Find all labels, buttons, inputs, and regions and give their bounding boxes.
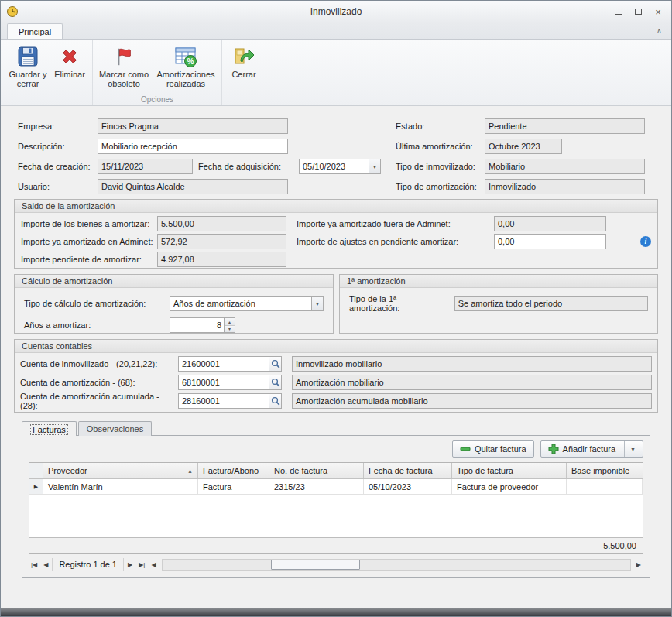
scroll-left-button[interactable]: ◀ xyxy=(149,558,158,571)
maximize-button[interactable] xyxy=(628,5,648,19)
cuenta-inmovilizado-code-input[interactable]: 21600001 xyxy=(178,356,269,372)
descripcion-input[interactable]: Mobiliario recepción xyxy=(98,139,288,154)
tab-principal[interactable]: Principal xyxy=(7,23,63,39)
ribbon-group-close: Cerrar xyxy=(222,40,266,105)
calculo-group-title: Cálculo de amortización xyxy=(15,275,333,288)
tipo-calculo-label: Tipo de cálculo de amortización: xyxy=(24,299,170,308)
svg-text:%: % xyxy=(187,57,194,66)
sort-asc-icon: ▲ xyxy=(187,468,193,474)
scrollbar-thumb[interactable] xyxy=(271,560,360,570)
horizontal-scrollbar[interactable] xyxy=(162,559,631,571)
minimize-button[interactable] xyxy=(608,5,628,19)
row-indicator-icon: ▶ xyxy=(29,479,43,494)
fuera-adminet-label: Importe ya amortizado fuera de Adminet: xyxy=(297,219,494,228)
cuenta-amortizacion-lookup-button[interactable] xyxy=(269,375,282,390)
titlebar[interactable]: Inmovilizado × xyxy=(1,1,671,22)
tipo-amortizacion-label: Tipo de amortización: xyxy=(396,179,477,194)
grid-header-row: Proveedor ▲ Factura/Abono No. de factura… xyxy=(29,463,643,479)
last-record-button[interactable]: ▶| xyxy=(136,558,147,571)
scroll-right-button[interactable]: ▶ xyxy=(634,558,643,571)
ultima-amortizacion-label: Última amortización: xyxy=(396,139,473,154)
column-header-factura-abono[interactable]: Factura/Abono xyxy=(198,463,269,478)
cuenta-acumulada-lookup-button[interactable] xyxy=(269,393,282,409)
ribbon-group-close-label xyxy=(225,94,263,105)
close-button[interactable]: × xyxy=(648,5,668,19)
fecha-adquisicion-input[interactable]: 05/10/2023 ▼ xyxy=(299,159,381,174)
column-header-no-factura[interactable]: No. de factura xyxy=(269,463,364,478)
info-icon[interactable]: i xyxy=(640,236,651,247)
cuenta-amortizacion-desc-field: Amortización mobiliario xyxy=(292,375,652,390)
guardar-cerrar-button[interactable]: Guardar y cerrar xyxy=(6,42,50,94)
next-record-button[interactable]: ▶ xyxy=(125,558,135,571)
tab-facturas-label: Facturas xyxy=(30,424,68,435)
spinner-up-icon[interactable]: ▴ xyxy=(225,318,235,326)
ribbon-group-main: Guardar y cerrar Eliminar xyxy=(4,40,93,105)
column-header-proveedor[interactable]: Proveedor ▲ xyxy=(43,463,198,478)
cuenta-inmovilizado-lookup-button[interactable] xyxy=(269,356,282,372)
ultima-amortizacion-field: Octubre 2023 xyxy=(485,139,562,154)
guardar-cerrar-label: Guardar y cerrar xyxy=(6,70,50,88)
minus-icon xyxy=(460,444,471,454)
tab-facturas[interactable]: Facturas xyxy=(22,421,77,436)
facturas-panel: Quitar factura Añadir factura ▼ Proveedo… xyxy=(22,435,650,578)
record-counter: Registro 1 de 1 xyxy=(52,558,124,571)
magnifier-icon xyxy=(271,396,280,406)
plus-icon xyxy=(548,444,559,454)
empresa-field: Fincas Pragma xyxy=(98,118,288,134)
cell-tipo-factura: Factura de proveedor xyxy=(452,479,567,494)
bienes-label: Importe de los bienes a amortizar: xyxy=(21,219,157,228)
amortizaciones-realizadas-label: Amortizaciones realizadas xyxy=(153,70,219,88)
column-header-tipo-factura[interactable]: Tipo de factura xyxy=(452,463,567,478)
anos-amortizar-value: 8 xyxy=(170,320,224,330)
anadir-factura-dropdown-icon[interactable]: ▼ xyxy=(624,441,636,457)
eliminar-label: Eliminar xyxy=(54,70,85,79)
fecha-adquisicion-value: 05/10/2023 xyxy=(303,162,345,171)
marcar-obsoleto-label: Marcar como obsoleto xyxy=(95,70,153,88)
minimize-icon xyxy=(615,14,622,15)
tipo-inmovilizado-label: Tipo de inmovilizado: xyxy=(396,159,475,174)
save-icon xyxy=(16,44,39,69)
amortizaciones-realizadas-button[interactable]: % Amortizaciones realizadas xyxy=(153,42,219,94)
anos-amortizar-spinner[interactable]: 8 ▴ ▾ xyxy=(170,317,235,333)
cerrar-button[interactable]: Cerrar xyxy=(225,42,263,94)
ajustes-input[interactable]: 0,00 xyxy=(494,234,606,249)
spinner-down-icon[interactable]: ▾ xyxy=(225,326,235,333)
primera-amortizacion-groupbox: 1ª amortización Tipo de la 1ª amortizaci… xyxy=(339,274,658,334)
total-base-imponible: 5.500,00 xyxy=(603,541,636,550)
table-row[interactable]: ▶ Valentín Marín Factura 2315/23 05/10/2… xyxy=(29,479,643,495)
column-header-base-imponible[interactable]: Base imponible xyxy=(567,463,643,478)
tipo-primera-label: Tipo de la 1ª amortización: xyxy=(349,294,447,313)
tab-observaciones[interactable]: Observaciones xyxy=(78,421,152,436)
estado-label: Estado: xyxy=(396,118,424,134)
anadir-factura-button[interactable]: Añadir factura ▼ xyxy=(540,440,643,458)
tipo-amortizacion-field: Inmovilizado xyxy=(485,179,645,194)
anadir-factura-label: Añadir factura xyxy=(563,444,615,454)
amortizations-table-icon: % xyxy=(174,44,197,69)
anos-amortizar-label: Años a amortizar: xyxy=(24,320,170,330)
first-record-button[interactable]: |◀ xyxy=(29,558,39,571)
column-header-fecha-factura[interactable]: Fecha de factura xyxy=(364,463,452,478)
fecha-adquisicion-dropdown-icon[interactable]: ▼ xyxy=(369,159,380,173)
usuario-label: Usuario: xyxy=(18,179,50,194)
tipo-calculo-dropdown-icon[interactable]: ▼ xyxy=(311,297,323,310)
calculo-groupbox: Cálculo de amortización Tipo de cálculo … xyxy=(14,274,334,334)
tipo-calculo-combo[interactable]: Años de amortización ▼ xyxy=(170,296,324,311)
column-header-proveedor-label: Proveedor xyxy=(48,466,87,475)
primera-group-title: 1ª amortización xyxy=(340,275,657,288)
quitar-factura-button[interactable]: Quitar factura xyxy=(452,440,534,458)
ribbon-group-main-label xyxy=(6,94,90,105)
cuenta-acumulada-code-input[interactable]: 28160001 xyxy=(178,393,269,409)
marcar-obsoleto-button[interactable]: Marcar como obsoleto xyxy=(95,42,153,94)
collapse-ribbon-icon[interactable]: ∧ xyxy=(657,26,662,35)
main-form: Empresa: Fincas Pragma Estado: Pendiente… xyxy=(1,106,671,199)
grid-indicator-header xyxy=(29,463,43,478)
eliminar-button[interactable]: Eliminar xyxy=(50,42,90,94)
cuenta-amortizacion-code-input[interactable]: 68100001 xyxy=(178,375,269,390)
bienes-field: 5.500,00 xyxy=(157,216,286,231)
prev-record-button[interactable]: ◀ xyxy=(41,558,50,571)
empresa-label: Empresa: xyxy=(18,118,54,134)
spinner-arrows: ▴ ▾ xyxy=(224,318,235,332)
saldo-groupbox: Saldo de la amortización Importe de los … xyxy=(14,199,658,269)
magnifier-icon xyxy=(271,359,280,368)
fecha-creacion-field: 15/11/2023 xyxy=(98,159,193,174)
